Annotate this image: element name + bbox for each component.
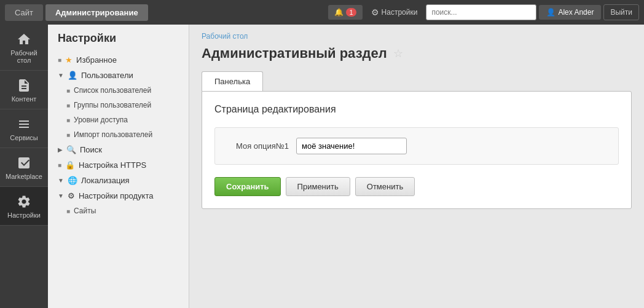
sidebar-item-https[interactable]: ■ 🔒 Настройка HTTPS xyxy=(48,157,189,173)
bullet-icon: ■ xyxy=(66,208,70,215)
arrow-down-icon: ▼ xyxy=(58,72,64,79)
https-label: Настройка HTTPS xyxy=(79,160,146,170)
topbar-settings-label: Настройки xyxy=(382,8,418,17)
sidebar-section-localization[interactable]: ▼ 🌐 Локализация xyxy=(48,173,189,188)
sidebar-subitem-access-levels[interactable]: ■ Уровни доступа xyxy=(48,113,189,127)
icon-sidebar: Рабочийстол Контент Сервисы Marketplace … xyxy=(0,25,48,308)
page-title: Административный раздел xyxy=(202,45,387,61)
product-gear-icon: ⚙ xyxy=(68,191,75,200)
admin-button[interactable]: Администрирование xyxy=(45,4,148,21)
sidebar-content-label: Контент xyxy=(12,95,37,103)
globe-icon: 🌐 xyxy=(68,176,77,185)
tabs-row: Панелька xyxy=(202,71,632,91)
sidebar-section-product[interactable]: ▼ ⚙ Настройки продукта xyxy=(48,188,189,203)
page-title-row: Административный раздел ☆ xyxy=(202,45,632,61)
main-content: Рабочий стол Административный раздел ☆ П… xyxy=(189,25,644,308)
search-section-icon: 🔍 xyxy=(66,145,76,154)
bullet-icon: ■ xyxy=(58,162,61,168)
users-section-label: Пользователи xyxy=(81,71,133,80)
localization-label: Локализация xyxy=(81,176,130,185)
user-label: Alex Ander xyxy=(558,8,594,17)
user-groups-label: Группы пользователей xyxy=(74,101,151,109)
bullet-icon: ■ xyxy=(66,87,70,94)
sidebar-marketplace-label: Marketplace xyxy=(6,173,42,180)
sidebar-subitem-user-list[interactable]: ■ Список пользователей xyxy=(48,83,189,98)
option-input[interactable] xyxy=(296,138,407,154)
section-title: Страница редактирования xyxy=(214,104,619,115)
sidebar-item-workdesk[interactable]: Рабочийстол xyxy=(0,25,48,71)
arrow-right-icon: ▶ xyxy=(58,146,63,153)
save-button[interactable]: Сохранить xyxy=(214,177,281,196)
bullet-icon: ■ xyxy=(58,57,61,63)
sidebar-subitem-sites[interactable]: ■ Сайты xyxy=(48,203,189,218)
sidebar-settings-label: Настройки xyxy=(7,211,41,219)
user-button[interactable]: 👤 Alex Ander xyxy=(539,5,601,20)
settings-icon xyxy=(17,194,31,209)
bullet-icon: ■ xyxy=(66,132,70,138)
user-icon: 👤 xyxy=(546,8,556,17)
user-section-icon: 👤 xyxy=(68,71,77,80)
form-row: Моя опция№1 xyxy=(214,127,619,165)
field-label: Моя опция№1 xyxy=(227,141,289,151)
access-levels-label: Уровни доступа xyxy=(74,116,128,124)
breadcrumb[interactable]: Рабочий стол xyxy=(202,32,632,41)
lock-icon: 🔒 xyxy=(65,160,75,170)
services-icon xyxy=(17,117,31,132)
topbar-settings-button[interactable]: ⚙ Настройки xyxy=(365,4,424,20)
sidebar-workdesk-label: Рабочийстол xyxy=(10,49,37,64)
product-settings-label: Настройки продукта xyxy=(79,191,154,200)
sidebar-subitem-user-groups[interactable]: ■ Группы пользователей xyxy=(48,98,189,113)
sites-label: Сайты xyxy=(74,207,96,215)
sidebar-section-users[interactable]: ▼ 👤 Пользователи xyxy=(48,68,189,83)
buttons-row: Сохранить Применить Отменить xyxy=(214,177,619,196)
notification-badge: 1 xyxy=(346,8,356,17)
settings-sidebar: Настройки ■ ★ Избранное ▼ 👤 Пользователи… xyxy=(48,25,189,308)
search-input[interactable] xyxy=(426,4,536,20)
user-list-label: Список пользователей xyxy=(74,86,151,95)
arrow-down-icon3: ▼ xyxy=(58,192,64,199)
search-section-label: Поиск xyxy=(80,145,102,154)
sidebar-section-search[interactable]: ▶ 🔍 Поиск xyxy=(48,142,189,157)
sidebar-item-services[interactable]: Сервисы xyxy=(0,109,48,148)
topbar: Сайт Администрирование 🔔 1 ⚙ Настройки 👤… xyxy=(0,0,644,25)
settings-title: Настройки xyxy=(48,32,189,52)
bullet-icon: ■ xyxy=(66,102,70,109)
cancel-button[interactable]: Отменить xyxy=(355,177,415,196)
sidebar-item-favorites[interactable]: ■ ★ Избранное xyxy=(48,52,189,68)
notification-button[interactable]: 🔔 1 xyxy=(328,5,362,20)
main-layout: Рабочийстол Контент Сервисы Marketplace … xyxy=(0,25,644,308)
notification-icon: 🔔 xyxy=(334,8,344,17)
sidebar-item-settings[interactable]: Настройки xyxy=(0,187,48,226)
logout-button[interactable]: Выйти xyxy=(603,4,639,20)
home-icon xyxy=(17,32,31,47)
main-panel: Страница редактирования Моя опция№1 Сохр… xyxy=(202,91,632,209)
tab-panelka[interactable]: Панелька xyxy=(202,71,263,91)
gear-icon: ⚙ xyxy=(371,7,379,17)
arrow-down-icon2: ▼ xyxy=(58,177,64,184)
site-button[interactable]: Сайт xyxy=(5,4,43,21)
import-users-label: Импорт пользователей xyxy=(74,130,152,139)
sidebar-subitem-import-users[interactable]: ■ Импорт пользователей xyxy=(48,127,189,142)
sidebar-services-label: Сервисы xyxy=(10,134,38,141)
marketplace-icon xyxy=(17,156,31,170)
sidebar-item-marketplace[interactable]: Marketplace xyxy=(0,148,48,187)
content-icon xyxy=(17,78,31,93)
apply-button[interactable]: Применить xyxy=(286,177,350,196)
sidebar-item-content[interactable]: Контент xyxy=(0,71,48,109)
favorite-star-icon[interactable]: ☆ xyxy=(393,47,403,60)
bullet-icon: ■ xyxy=(66,117,70,124)
star-icon: ★ xyxy=(65,55,73,65)
favorites-label: Избранное xyxy=(76,55,117,65)
